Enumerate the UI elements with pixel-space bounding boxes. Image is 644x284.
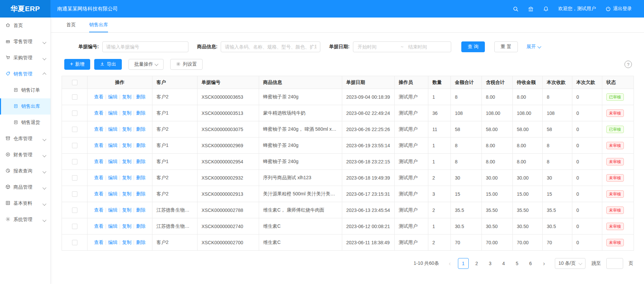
sidebar-item-commodity[interactable]: 商品管理	[0, 179, 50, 195]
date-end-input[interactable]	[407, 44, 447, 50]
view-link[interactable]: 查看	[94, 126, 104, 132]
edit-link[interactable]: 编辑	[108, 143, 117, 148]
row-checkbox[interactable]	[72, 143, 77, 148]
page-size-select[interactable]: 10 条/页	[555, 258, 585, 269]
tax-total-cell: 8.00	[482, 137, 513, 154]
bell-icon[interactable]	[543, 6, 549, 12]
copy-link[interactable]: 复制	[122, 110, 132, 116]
page-number[interactable]: 5	[512, 258, 523, 269]
page-number[interactable]: 2	[471, 258, 482, 269]
delete-link[interactable]: 删除	[136, 126, 145, 132]
delete-link[interactable]: 删除	[136, 110, 145, 116]
page-number[interactable]: 6	[525, 258, 536, 269]
delete-link[interactable]: 删除	[136, 240, 145, 245]
help-icon[interactable]: ?	[624, 61, 632, 68]
view-link[interactable]: 查看	[94, 240, 104, 245]
tab-home[interactable]: 首页	[66, 18, 76, 32]
bill-no-input[interactable]	[102, 41, 188, 52]
sidebar-item-sales-outbound[interactable]: 销售出库	[0, 98, 50, 115]
reset-button[interactable]: 重 置	[494, 41, 518, 52]
column-settings-button[interactable]: 列设置	[170, 59, 203, 70]
view-link[interactable]: 查看	[94, 223, 104, 229]
edit-link[interactable]: 编辑	[108, 207, 117, 213]
material-cell: 维生素C	[259, 218, 342, 234]
jump-page-input[interactable]	[606, 258, 623, 269]
row-checkbox[interactable]	[72, 224, 77, 229]
copy-link[interactable]: 复制	[122, 240, 132, 245]
chevron-down-icon	[43, 39, 46, 44]
copy-link[interactable]: 复制	[122, 223, 132, 229]
logout-button[interactable]: 退出登录	[605, 6, 632, 12]
expand-link[interactable]: 展开	[527, 44, 541, 50]
edit-link[interactable]: 编辑	[108, 126, 117, 132]
edit-link[interactable]: 编辑	[108, 159, 117, 164]
row-checkbox[interactable]	[72, 240, 77, 245]
row-checkbox[interactable]	[72, 159, 77, 164]
sidebar-item-sales-return[interactable]: 销售退货	[0, 115, 50, 131]
delete-link[interactable]: 删除	[136, 191, 145, 196]
delete-link[interactable]: 删除	[136, 159, 145, 164]
batch-actions-button[interactable]: 批量操作	[129, 59, 164, 70]
sidebar-item-finance[interactable]: 财务管理	[0, 147, 50, 163]
edit-link[interactable]: 编辑	[108, 191, 117, 196]
sidebar-item-purchase[interactable]: 采购管理	[0, 50, 50, 66]
sidebar-item-warehouse[interactable]: 仓库管理	[0, 131, 50, 147]
next-page-button[interactable]: ›	[539, 258, 549, 269]
material-info-input[interactable]	[221, 41, 320, 52]
sidebar-item-retail[interactable]: 零售管理	[0, 34, 50, 50]
copy-link[interactable]: 复制	[122, 159, 132, 164]
copy-link[interactable]: 复制	[122, 126, 132, 132]
copy-link[interactable]: 复制	[122, 143, 132, 148]
date-cell: 2023-06-26 22:25:26	[342, 121, 395, 137]
row-checkbox[interactable]	[72, 191, 77, 197]
delete-link[interactable]: 删除	[136, 94, 145, 99]
view-link[interactable]: 查看	[94, 94, 104, 99]
date-start-input[interactable]	[357, 44, 397, 50]
chevron-down-icon	[43, 185, 46, 190]
building-icon[interactable]	[528, 6, 534, 12]
row-checkbox[interactable]	[72, 94, 77, 100]
row-checkbox[interactable]	[72, 208, 77, 213]
sidebar-item-system[interactable]: 系统管理	[0, 212, 50, 228]
add-button[interactable]: + 新增	[64, 59, 90, 70]
edit-link[interactable]: 编辑	[108, 240, 117, 245]
page-number[interactable]: 4	[498, 258, 509, 269]
delete-link[interactable]: 删除	[136, 175, 145, 180]
date-range-picker[interactable]: ~	[353, 41, 451, 52]
edit-link[interactable]: 编辑	[108, 223, 117, 229]
edit-link[interactable]: 编辑	[108, 94, 117, 99]
prev-page-button[interactable]: ‹	[444, 258, 455, 269]
copy-link[interactable]: 复制	[122, 191, 132, 196]
search-button[interactable]: 查 询	[461, 41, 485, 52]
delete-link[interactable]: 删除	[136, 143, 145, 148]
sidebar-item-basic-data[interactable]: 基本资料	[0, 195, 50, 212]
delete-link[interactable]: 删除	[136, 223, 145, 229]
view-link[interactable]: 查看	[94, 175, 104, 180]
view-link[interactable]: 查看	[94, 110, 104, 116]
sidebar-item-reports[interactable]: 报表查询	[0, 163, 50, 179]
copy-link[interactable]: 复制	[122, 207, 132, 213]
view-link[interactable]: 查看	[94, 143, 104, 148]
tax-total-cell: 30.50	[482, 218, 513, 234]
edit-link[interactable]: 编辑	[108, 110, 117, 116]
search-icon[interactable]	[513, 6, 518, 12]
copy-link[interactable]: 复制	[122, 175, 132, 180]
sidebar-item-sales[interactable]: 销售管理	[0, 66, 50, 82]
view-link[interactable]: 查看	[94, 159, 104, 164]
view-link[interactable]: 查看	[94, 207, 104, 213]
sidebar-item-sales-order[interactable]: 销售订单	[0, 82, 50, 98]
page-number[interactable]: 1	[458, 258, 469, 269]
copy-link[interactable]: 复制	[122, 94, 132, 99]
delete-link[interactable]: 删除	[136, 207, 145, 213]
sidebar-item-home[interactable]: 首页	[0, 18, 50, 34]
row-checkbox[interactable]	[72, 111, 77, 116]
select-all-checkbox[interactable]	[72, 80, 77, 85]
tab-sales-outbound[interactable]: 销售出库	[89, 18, 108, 32]
edit-link[interactable]: 编辑	[108, 175, 117, 180]
row-checkbox[interactable]	[72, 175, 77, 181]
welcome-user-text[interactable]: 欢迎您，测试用户	[558, 6, 596, 12]
row-checkbox[interactable]	[72, 127, 77, 132]
view-link[interactable]: 查看	[94, 191, 104, 196]
page-number[interactable]: 3	[485, 258, 496, 269]
export-button[interactable]: 导出	[94, 59, 122, 70]
